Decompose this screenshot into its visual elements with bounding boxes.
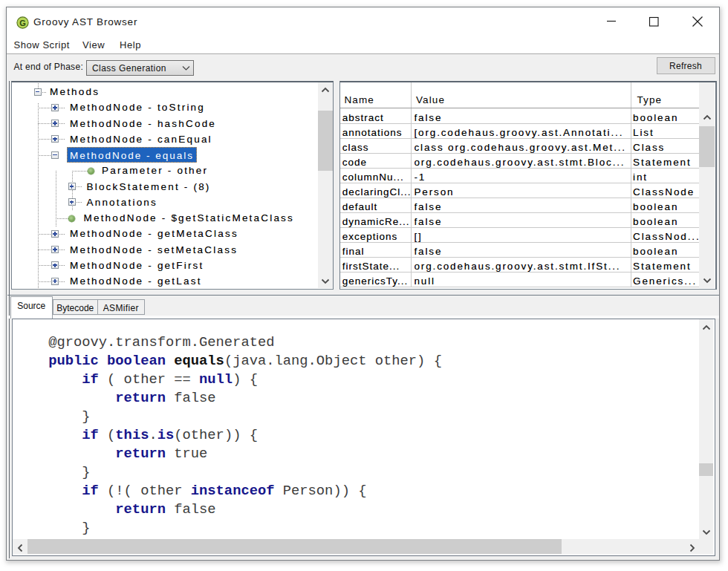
svg-text:G: G	[19, 19, 26, 27]
